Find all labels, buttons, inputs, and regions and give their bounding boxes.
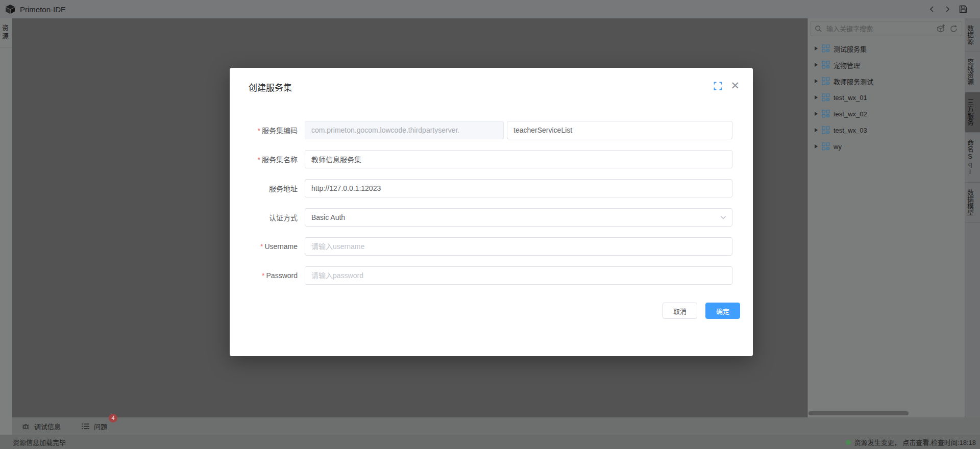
service-set-icon (822, 110, 830, 118)
rail-tab-thirdparty-services[interactable]: 三方服务 (965, 92, 980, 133)
field-label: 认证方式 (230, 212, 305, 222)
expand-caret-icon[interactable] (815, 46, 818, 51)
title-bar: Primeton-IDE (0, 0, 980, 18)
expand-caret-icon[interactable] (815, 144, 818, 148)
add-service-set-icon[interactable] (937, 24, 946, 33)
right-category-rail: 数据源 离线资源 三方服务 命名Sql 数据模型 (965, 18, 980, 417)
tree-item-label: test_wx_01 (834, 94, 867, 102)
field-label: *Username (230, 242, 305, 251)
left-activity-rail: 资源 (0, 18, 12, 435)
field-service-set-code: *服务集编码 (230, 121, 732, 139)
expand-caret-icon[interactable] (815, 112, 818, 116)
field-label: 服务地址 (230, 183, 305, 193)
tree-item-label: test_wx_02 (834, 110, 867, 118)
rail-tab-named-sql[interactable]: 命名Sql (965, 133, 980, 183)
field-label: *Password (230, 271, 305, 280)
tree-search-box (811, 21, 962, 36)
status-bar: 资源信息加载完毕 资源发生变更， 点击查看,检查时间:18:18 (0, 435, 980, 449)
service-set-icon (822, 126, 830, 134)
rail-tab-offline-resources[interactable]: 离线资源 (965, 52, 980, 92)
close-icon[interactable]: ✕ (730, 81, 740, 90)
debug-icon (21, 422, 30, 431)
problems-list-icon (81, 422, 90, 430)
code-prefix-input (305, 121, 504, 139)
search-icon (815, 25, 822, 33)
rail-tab-resources[interactable]: 资源 (0, 18, 12, 47)
required-marker: * (258, 156, 260, 164)
service-tree-panel: 测试服务集 宠物管理 教师服务测试 test_wx_01 test_wx_02 (807, 18, 965, 417)
name-input[interactable] (305, 150, 732, 168)
nav-forward-icon[interactable] (943, 5, 951, 13)
rail-tab-datasource[interactable]: 数据源 (965, 18, 980, 52)
resource-change-notice[interactable]: 资源发生变更， 点击查看,检查时间:18:18 (846, 437, 976, 447)
field-service-address: 服务地址 (230, 179, 732, 197)
field-label: *服务集名称 (230, 154, 305, 164)
tree-item-label: 教师服务测试 (834, 77, 873, 86)
tree-item[interactable]: test_wx_02 (808, 106, 965, 122)
service-set-icon (822, 77, 830, 85)
required-marker: * (260, 242, 263, 251)
confirm-button[interactable]: 确定 (705, 303, 740, 319)
rail-tab-data-model[interactable]: 数据模型 (965, 183, 980, 223)
nav-back-icon[interactable] (928, 5, 936, 13)
username-input[interactable] (305, 237, 732, 256)
dialog-form: *服务集编码 *服务集名称 服务地址 (230, 121, 732, 295)
tree-item-label: 宠物管理 (834, 60, 860, 70)
save-icon[interactable] (959, 5, 968, 14)
tree-item-label: test_wx_03 (834, 127, 867, 134)
code-input[interactable] (507, 121, 732, 139)
tree-item-label: 测试服务集 (834, 44, 867, 54)
app-title: Primeton-IDE (20, 5, 66, 14)
field-service-set-name: *服务集名称 (230, 150, 732, 168)
tree-item-label: wy (834, 143, 842, 151)
tree-item[interactable]: 测试服务集 (808, 40, 965, 57)
field-username: *Username (230, 237, 732, 256)
app-window: Primeton-IDE 资源 (0, 0, 980, 449)
service-set-icon (822, 142, 830, 151)
tree-item[interactable]: 宠物管理 (808, 57, 965, 73)
tree-item[interactable]: test_wx_03 (808, 122, 965, 138)
service-set-tree: 测试服务集 宠物管理 教师服务测试 test_wx_01 test_wx_02 (808, 38, 965, 155)
status-message: 资源信息加载完毕 (13, 437, 66, 447)
refresh-icon[interactable] (949, 24, 958, 33)
field-label: *服务集编码 (230, 125, 305, 135)
auth-type-value[interactable] (305, 208, 732, 227)
cancel-button[interactable]: 取消 (663, 303, 697, 319)
tree-item[interactable]: wy (808, 138, 965, 155)
address-input[interactable] (305, 179, 732, 197)
fullscreen-icon[interactable] (714, 82, 722, 90)
tree-search-input[interactable] (825, 24, 937, 33)
tab-debug-info-label: 调试信息 (34, 421, 61, 431)
horizontal-scrollbar[interactable] (808, 411, 909, 415)
tab-debug-info[interactable]: 调试信息 (18, 417, 64, 435)
service-set-icon (822, 44, 830, 53)
tab-problems-label: 问题 (94, 421, 107, 431)
required-marker: * (258, 127, 260, 135)
tree-item[interactable]: 教师服务测试 (808, 73, 965, 89)
dialog-title: 创建服务集 (249, 81, 292, 93)
app-logo-icon (5, 4, 15, 14)
bottom-panel-tabbar: 调试信息 问题 4 (12, 417, 980, 435)
status-dot-icon (846, 440, 851, 445)
tree-item[interactable]: test_wx_01 (808, 89, 965, 106)
expand-caret-icon[interactable] (815, 128, 818, 132)
resource-change-text: 资源发生变更， 点击查看,检查时间:18:18 (854, 437, 976, 447)
service-set-icon (822, 61, 830, 69)
expand-caret-icon[interactable] (815, 95, 818, 99)
problems-count-badge: 4 (109, 414, 117, 422)
password-input[interactable] (305, 266, 732, 285)
field-auth-type: 认证方式 (230, 208, 732, 227)
expand-caret-icon[interactable] (815, 63, 818, 67)
expand-caret-icon[interactable] (815, 79, 818, 83)
required-marker: * (262, 271, 264, 280)
service-set-icon (822, 93, 830, 102)
field-password: *Password (230, 266, 732, 285)
tab-problems[interactable]: 问题 4 (78, 417, 110, 435)
create-service-set-dialog: 创建服务集 ✕ *服务集编码 *服务 (230, 68, 753, 356)
auth-type-select[interactable] (305, 208, 732, 227)
